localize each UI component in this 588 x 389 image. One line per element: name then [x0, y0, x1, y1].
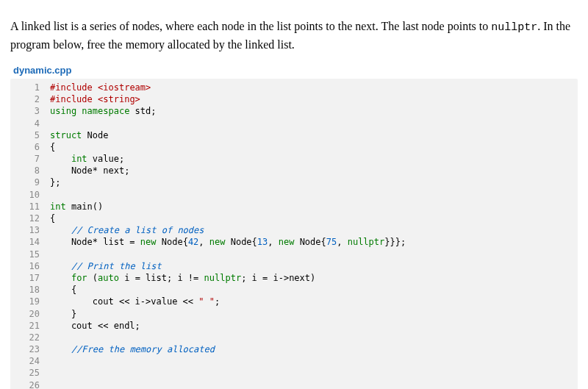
line-code: {	[50, 284, 578, 296]
line-code: {	[50, 141, 578, 153]
code-line: 15	[10, 249, 578, 260]
line-code: #include <iostream>	[50, 82, 578, 93]
line-number: 21	[10, 320, 50, 332]
line-code: Node* list = new Node{42, new Node{13, n…	[50, 236, 578, 248]
line-code	[50, 367, 578, 379]
code-line: 10	[10, 189, 578, 201]
code-line: 9};	[10, 176, 578, 188]
line-code: for (auto i = list; i != nullptr; i = i-…	[50, 272, 578, 284]
line-number: 3	[10, 105, 50, 117]
line-number: 14	[10, 236, 50, 248]
line-code: Node* next;	[50, 165, 578, 176]
code-line: 23 //Free the memory allocated	[10, 343, 578, 355]
line-code: struct Node	[50, 129, 578, 141]
code-line: 13 // Create a list of nodes	[10, 224, 578, 236]
line-code: cout << endl;	[50, 320, 578, 332]
line-code: int main()	[50, 201, 578, 213]
line-code	[50, 189, 578, 201]
code-line: 17 for (auto i = list; i != nullptr; i =…	[10, 272, 578, 284]
code-line: 16 // Print the list	[10, 260, 578, 272]
line-number: 10	[10, 189, 50, 201]
code-line: 19 cout << i->value << " ";	[10, 296, 578, 307]
line-number: 24	[10, 355, 50, 367]
line-number: 22	[10, 332, 50, 343]
code-line: 5struct Node	[10, 129, 578, 141]
line-number: 20	[10, 308, 50, 320]
line-number: 16	[10, 260, 50, 272]
intro-text-1: A linked list is a series of nodes, wher…	[10, 20, 491, 32]
line-code: #include <string>	[50, 93, 578, 105]
filename-label: dynamic.cpp	[13, 65, 578, 76]
code-line: 3using namespace std;	[10, 105, 578, 117]
intro-paragraph: A linked list is a series of nodes, wher…	[10, 18, 578, 53]
code-line: 22	[10, 332, 578, 343]
line-code	[50, 355, 578, 367]
line-code	[50, 118, 578, 129]
code-line: 14 Node* list = new Node{42, new Node{13…	[10, 236, 578, 248]
line-number: 6	[10, 141, 50, 153]
code-line: 6{	[10, 141, 578, 153]
code-line: 20 }	[10, 308, 578, 320]
code-line: 18 {	[10, 284, 578, 296]
code-line: 24	[10, 355, 578, 367]
code-line: 1#include <iostream>	[10, 82, 578, 93]
code-block: 1#include <iostream>2#include <string>3u…	[10, 79, 578, 389]
code-line: 4	[10, 118, 578, 129]
line-code: };	[50, 176, 578, 188]
line-number: 26	[10, 379, 50, 389]
line-number: 8	[10, 165, 50, 176]
line-number: 5	[10, 129, 50, 141]
code-line: 21 cout << endl;	[10, 320, 578, 332]
line-number: 25	[10, 367, 50, 379]
line-number: 23	[10, 343, 50, 355]
line-number: 7	[10, 153, 50, 165]
intro-code-nullptr: nullptr	[491, 21, 537, 34]
line-code: // Create a list of nodes	[50, 224, 578, 236]
code-line: 8 Node* next;	[10, 165, 578, 176]
line-code	[50, 379, 578, 389]
code-line: 2#include <string>	[10, 93, 578, 105]
line-number: 12	[10, 213, 50, 224]
code-line: 25	[10, 367, 578, 379]
code-line: 7 int value;	[10, 153, 578, 165]
line-code: {	[50, 213, 578, 224]
line-number: 17	[10, 272, 50, 284]
line-number: 18	[10, 284, 50, 296]
line-number: 1	[10, 82, 50, 93]
line-number: 15	[10, 249, 50, 260]
line-number: 11	[10, 201, 50, 213]
line-number: 4	[10, 118, 50, 129]
code-line: 26	[10, 379, 578, 389]
line-code: cout << i->value << " ";	[50, 296, 578, 307]
line-number: 2	[10, 93, 50, 105]
line-code: int value;	[50, 153, 578, 165]
line-code	[50, 332, 578, 343]
line-number: 19	[10, 296, 50, 307]
line-code: // Print the list	[50, 260, 578, 272]
line-number: 13	[10, 224, 50, 236]
line-code: //Free the memory allocated	[50, 343, 578, 355]
line-code: using namespace std;	[50, 105, 578, 117]
code-line: 11int main()	[10, 201, 578, 213]
line-code: }	[50, 308, 578, 320]
line-code	[50, 249, 578, 260]
code-line: 12{	[10, 213, 578, 224]
line-number: 9	[10, 176, 50, 188]
